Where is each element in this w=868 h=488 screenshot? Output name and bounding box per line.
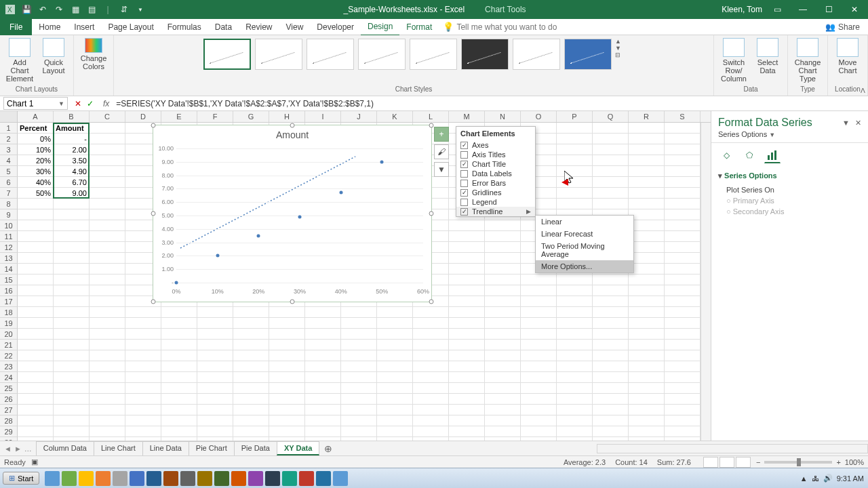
cell[interactable] <box>54 394 90 405</box>
cell[interactable] <box>485 296 521 307</box>
cell[interactable] <box>665 426 701 437</box>
chevron-down-icon[interactable]: ▼ <box>769 131 775 138</box>
cell[interactable] <box>90 383 125 394</box>
cell[interactable] <box>521 394 557 405</box>
cell[interactable] <box>90 134 125 144</box>
tray-time[interactable]: 9:31 AM <box>837 474 864 483</box>
checkbox[interactable] <box>460 170 468 178</box>
cell[interactable] <box>233 340 269 350</box>
tray-icon[interactable]: ▲ <box>800 474 808 483</box>
chart-element-item[interactable]: ✓Axes <box>456 140 535 150</box>
cancel-formula-icon[interactable]: ✕ <box>75 99 81 108</box>
cell[interactable] <box>341 329 377 340</box>
cell[interactable] <box>449 285 485 296</box>
checkbox[interactable]: ✓ <box>460 142 468 149</box>
cell[interactable] <box>341 307 377 318</box>
submenu-item[interactable]: Two Period Moving Average <box>536 240 633 260</box>
cell[interactable] <box>557 296 593 307</box>
tab-home[interactable]: Home <box>32 19 67 35</box>
chart-style-8[interactable] <box>564 39 612 70</box>
cell[interactable] <box>557 329 593 340</box>
chart-object[interactable]: Amount -1.002.003.004.005.006.007.008.00… <box>153 125 432 302</box>
cell[interactable] <box>485 318 521 329</box>
cell[interactable] <box>18 361 54 372</box>
cell[interactable] <box>593 177 629 188</box>
cell[interactable] <box>665 318 701 329</box>
cell[interactable] <box>125 394 161 405</box>
cell[interactable]: - <box>54 134 90 144</box>
move-chart-button[interactable]: Move Chart <box>832 38 863 75</box>
cell[interactable] <box>485 220 521 231</box>
radio-primary-axis[interactable]: Primary Axis <box>711 195 868 206</box>
cell[interactable] <box>449 426 485 437</box>
cell[interactable] <box>377 318 413 329</box>
cell[interactable] <box>269 372 305 383</box>
row-header[interactable]: 21 <box>0 340 18 350</box>
cell[interactable] <box>629 188 665 199</box>
cell[interactable] <box>449 329 485 340</box>
data-point[interactable] <box>216 254 219 258</box>
cell[interactable] <box>485 307 521 318</box>
row-header[interactable]: 20 <box>0 329 18 340</box>
cell[interactable] <box>197 329 233 340</box>
cell[interactable] <box>54 199 90 209</box>
cell[interactable] <box>413 394 449 405</box>
cell[interactable] <box>485 285 521 296</box>
cell[interactable] <box>305 426 341 437</box>
styles-scroll[interactable]: ▲▼⊟ <box>615 38 625 58</box>
redo-icon[interactable]: ↷ <box>52 2 66 17</box>
fill-line-icon[interactable]: ◇ <box>718 147 734 163</box>
checkbox[interactable]: ✓ <box>460 208 468 216</box>
cell[interactable] <box>557 426 593 437</box>
cell[interactable] <box>557 350 593 361</box>
cell[interactable] <box>557 123 593 134</box>
radio-secondary-axis[interactable]: Secondary Axis <box>711 206 868 217</box>
cell[interactable] <box>557 372 593 383</box>
cell[interactable] <box>629 426 665 437</box>
tray-volume-icon[interactable]: 🔊 <box>823 474 833 483</box>
cell[interactable] <box>233 394 269 405</box>
col-header[interactable]: N <box>485 111 521 122</box>
resize-handle[interactable] <box>429 211 434 216</box>
chart-element-item[interactable]: Error Bars <box>456 178 535 188</box>
cell[interactable] <box>125 361 161 372</box>
cell[interactable] <box>593 426 629 437</box>
cell[interactable] <box>593 274 629 285</box>
cell[interactable] <box>629 134 665 144</box>
chart-style-1[interactable] <box>203 39 251 70</box>
cell[interactable] <box>90 123 125 134</box>
cell[interactable] <box>665 188 701 199</box>
cell[interactable] <box>485 415 521 426</box>
cell[interactable] <box>521 340 557 350</box>
chart-element-item[interactable]: Data Labels <box>456 169 535 178</box>
cell[interactable] <box>341 426 377 437</box>
cell[interactable] <box>90 329 125 340</box>
cell[interactable] <box>593 383 629 394</box>
data-point[interactable] <box>339 191 342 195</box>
chart-style-5[interactable] <box>410 39 457 70</box>
add-sheet-button[interactable]: ⊕ <box>319 443 338 454</box>
cell[interactable] <box>233 361 269 372</box>
cell[interactable] <box>54 253 90 264</box>
cell[interactable] <box>593 372 629 383</box>
pane-close-icon[interactable]: ✕ <box>855 119 861 127</box>
row-header[interactable]: 12 <box>0 242 18 253</box>
cell[interactable] <box>413 405 449 415</box>
cell[interactable] <box>269 361 305 372</box>
cell[interactable] <box>629 350 665 361</box>
cell[interactable] <box>665 372 701 383</box>
row-header[interactable]: 17 <box>0 296 18 307</box>
cell[interactable] <box>233 307 269 318</box>
select-data-button[interactable]: Select Data <box>752 38 783 75</box>
cell[interactable] <box>54 383 90 394</box>
cell[interactable] <box>305 340 341 350</box>
resize-handle[interactable] <box>151 300 156 304</box>
checkbox[interactable] <box>460 151 468 159</box>
cell[interactable] <box>161 318 197 329</box>
cell[interactable] <box>305 318 341 329</box>
cell[interactable] <box>197 307 233 318</box>
row-header[interactable]: 9 <box>0 209 18 220</box>
cell[interactable] <box>449 372 485 383</box>
cell[interactable] <box>269 426 305 437</box>
cell[interactable] <box>593 361 629 372</box>
